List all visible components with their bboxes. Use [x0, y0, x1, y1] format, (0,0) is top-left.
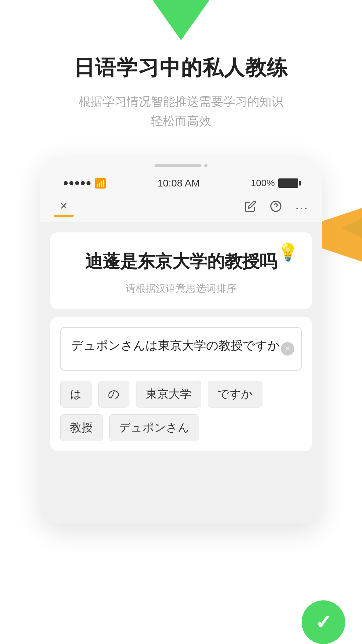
status-left: 📶 — [64, 178, 106, 189]
clear-answer-button[interactable]: × — [281, 342, 294, 356]
question-hint: 请根据汉语意思选词排序 — [67, 282, 295, 296]
phone-mockup: 📶 10:08 AM 100% × — [40, 157, 322, 524]
battery-icon — [278, 178, 298, 188]
signal-dot-4 — [81, 181, 85, 185]
signal-dot-3 — [75, 181, 79, 185]
word-chips-container: はの東京大学ですか教授デュポンさん — [60, 381, 302, 441]
word-chip[interactable]: 東京大学 — [136, 381, 201, 408]
main-title: 日语学习中的私人教练 — [74, 54, 288, 82]
status-time: 10:08 AM — [157, 177, 200, 189]
question-card: 💡 迪蓬是东京大学的教授吗 请根据汉语意思选词排序 — [50, 232, 312, 309]
bulb-icon: 💡 — [278, 243, 298, 262]
top-triangle-decoration — [153, 0, 209, 40]
signal-dot-5 — [86, 181, 90, 185]
indicator-line — [155, 164, 201, 167]
sub-title-line2: 轻松而高效 — [74, 111, 288, 131]
word-chip[interactable]: の — [98, 381, 129, 408]
word-chip[interactable]: ですか — [208, 381, 262, 408]
signal-dot-1 — [64, 181, 68, 185]
wifi-icon: 📶 — [95, 178, 106, 189]
help-icon[interactable] — [270, 200, 282, 215]
signal-dot-2 — [69, 181, 73, 185]
phone-indicator — [54, 164, 308, 167]
main-content: 日语学习中的私人教练 根据学习情况智能推送需要学习的知识 轻松而高效 — [0, 0, 362, 524]
answer-input-area[interactable]: デュポンさんは東京大学の教授ですか × — [60, 327, 302, 371]
signal-dots — [64, 181, 90, 185]
app-header: × ··· — [40, 192, 322, 217]
sub-title: 根据学习情况智能推送需要学习的知识 轻松而高效 — [74, 92, 288, 130]
status-bar: 📶 10:08 AM 100% — [54, 174, 308, 192]
orange-underline — [54, 215, 74, 217]
phone-top-bar: 📶 10:08 AM 100% — [40, 157, 322, 192]
current-answer-text: デュポンさんは東京大学の教授ですか — [71, 338, 280, 352]
indicator-dot — [204, 164, 207, 167]
bottom-check-button[interactable] — [302, 600, 345, 644]
close-button-wrap[interactable]: × — [54, 199, 74, 217]
sub-title-line1: 根据学习情况智能推送需要学习的知识 — [74, 92, 288, 111]
battery-percent: 100% — [251, 178, 275, 189]
title-section: 日语学习中的私人教练 根据学习情况智能推送需要学习的知识 轻松而高效 — [74, 54, 288, 130]
question-text: 迪蓬是东京大学的教授吗 — [67, 249, 295, 274]
right-triangle-decoration — [322, 208, 362, 258]
phone-content: 💡 迪蓬是东京大学的教授吗 请根据汉语意思选词排序 デュポンさんは東京大学の教授… — [40, 222, 322, 524]
word-chip[interactable]: デュポンさん — [109, 414, 199, 441]
close-button[interactable]: × — [60, 199, 67, 213]
word-chip[interactable]: 教授 — [60, 414, 103, 441]
edit-icon[interactable] — [244, 200, 256, 215]
more-icon[interactable]: ··· — [295, 200, 308, 215]
header-icons: ··· — [244, 200, 308, 215]
answer-card: デュポンさんは東京大学の教授ですか × はの東京大学ですか教授デュポンさん — [50, 317, 312, 451]
word-chip[interactable]: は — [60, 381, 92, 408]
svg-marker-1 — [322, 208, 362, 262]
status-right: 100% — [251, 178, 298, 189]
